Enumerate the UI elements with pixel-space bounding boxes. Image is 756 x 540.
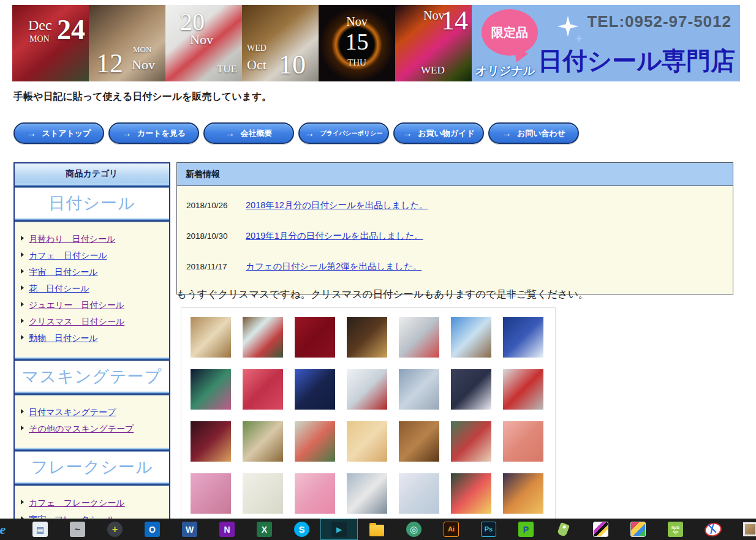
- red-sparkle-tree-tile: [243, 369, 283, 410]
- category-link[interactable]: 日付マスキングテープ: [29, 407, 116, 417]
- word-icon: W: [182, 522, 197, 537]
- date-number: 10: [279, 49, 306, 80]
- date-text: WED: [247, 43, 266, 53]
- photos-collage-icon: [630, 522, 646, 537]
- date-number: 24: [57, 13, 85, 46]
- category-link[interactable]: カフェ フレークシール: [29, 498, 125, 508]
- kitten-photo: MONNov12: [89, 5, 165, 81]
- nav-button-会社概要[interactable]: →会社概要: [203, 122, 294, 144]
- photoshop-icon: Ps: [481, 522, 496, 537]
- white-bouquet-tile: [243, 473, 283, 514]
- windows-taskbar: e▤~+OWNXS▶◎AiPsPhpb sp: [0, 519, 756, 540]
- category-link[interactable]: 動物 日付シール: [29, 333, 98, 343]
- nav-button-label: ストアトップ: [42, 128, 91, 139]
- contacts-card-icon: ▤: [32, 522, 48, 537]
- taskbar-slot[interactable]: [358, 519, 395, 540]
- pink-rose-tile: [503, 421, 543, 462]
- lighthouse-tile: [347, 473, 387, 514]
- date-text: Nov: [132, 57, 155, 73]
- taskbar-slot[interactable]: S: [283, 519, 320, 540]
- category-section-title: 日付シール: [15, 188, 169, 218]
- section-divider: [15, 482, 169, 486]
- taskbar-slot[interactable]: [731, 519, 756, 540]
- category-section-title: フレークシール: [15, 452, 169, 482]
- taskbar-slot[interactable]: [694, 519, 731, 540]
- taskbar-slot[interactable]: Ps: [470, 519, 507, 540]
- nav-button-label: カートを見る: [137, 128, 186, 139]
- list-item: カフェ フレークシール: [20, 497, 164, 509]
- category-link[interactable]: その他のマスキングテープ: [29, 424, 134, 433]
- taskbar-slot[interactable]: ▶: [320, 519, 358, 540]
- list-item: 花 日付シール: [20, 282, 164, 294]
- taskbar-slot[interactable]: W: [171, 519, 208, 540]
- taskbar-slot[interactable]: ▤: [21, 519, 59, 540]
- system-monitor-icon: ~: [70, 522, 85, 537]
- nav-button-ストアトップ[interactable]: →ストアトップ: [13, 122, 104, 144]
- puppy-photo: WEDOct10: [242, 5, 319, 81]
- christmas-promo-text: もうすぐクリスマスですね。クリスマスの日付シールもありますので是非ご覧ください。: [176, 288, 588, 301]
- file-explorer-icon: [369, 525, 384, 536]
- nav-button-お問い合わせ[interactable]: →お問い合わせ: [488, 122, 579, 144]
- news-link[interactable]: 2018年12月分の日付シールを出品しました。: [246, 200, 428, 211]
- sidebar-title: 商品カテゴリ: [15, 163, 169, 184]
- category-section-title: マスキングテープ: [15, 361, 169, 391]
- date-text: MON: [29, 34, 50, 44]
- news-link[interactable]: カフェの日付シール第2弾を出品しました。: [246, 261, 421, 272]
- list-item: ジュエリー 日付シール: [20, 299, 164, 311]
- pixel-artist-icon: [593, 522, 608, 537]
- nav-button-カートを見る[interactable]: →カートを見る: [108, 122, 199, 144]
- taskbar-slot[interactable]: N: [208, 519, 246, 540]
- taskbar-slot[interactable]: +: [96, 519, 134, 540]
- christmas-gift-photo: DecMON24: [12, 5, 89, 81]
- illustrator-icon: Ai: [444, 522, 459, 537]
- taskbar-slot[interactable]: ◎: [395, 519, 433, 540]
- outlook-icon: O: [145, 522, 160, 537]
- snipping-disc-icon: [703, 520, 723, 538]
- category-link[interactable]: 宇宙 日付シール: [29, 267, 98, 277]
- onenote-icon: N: [219, 522, 235, 537]
- header-banner: DecMON24MONNov12NovTUE20WEDOct10NovTHU15…: [12, 5, 740, 81]
- list-item: 月替わり 日付シール: [20, 233, 164, 245]
- news-list: 2018/10/262018年12月分の日付シールを出品しました。2018/10…: [177, 186, 733, 294]
- tulips-photo: NovWED14: [395, 5, 472, 81]
- taskbar-slot[interactable]: ~: [59, 519, 96, 540]
- taskbar-slot[interactable]: [619, 519, 657, 540]
- date-number: 20: [180, 7, 205, 36]
- taskbar-slot[interactable]: [582, 519, 619, 540]
- list-item: 宇宙 日付シール: [20, 266, 164, 278]
- taskbar-slot[interactable]: X: [246, 519, 283, 540]
- nav-button-プライバシーポリシー[interactable]: →プライバシーポリシー: [298, 122, 389, 144]
- polar-bear-moon-tile: [399, 369, 439, 410]
- lights-bokeh-tile: [503, 473, 543, 514]
- category-link[interactable]: カフェ 日付シール: [29, 250, 107, 260]
- internet-explorer-icon: e: [0, 522, 10, 537]
- date-number: 15: [319, 28, 395, 55]
- taskbar-slot[interactable]: hpb sp: [657, 519, 694, 540]
- media-hub-icon: +: [107, 522, 123, 537]
- taskbar-slot[interactable]: e: [0, 519, 21, 540]
- category-link[interactable]: ジュエリー 日付シール: [29, 300, 124, 310]
- cutlery-ribbon-photo: NovTUE20: [165, 5, 242, 81]
- taskbar-slot[interactable]: P: [507, 519, 545, 540]
- red-berries-snow-tile: [503, 369, 543, 410]
- red-gold-tree-tile: [295, 317, 335, 358]
- category-link-list: 月替わり 日付シールカフェ 日付シール宇宙 日付シール花 日付シールジュエリー …: [15, 222, 169, 357]
- tag-icon: [557, 522, 570, 537]
- date-text: THU: [319, 58, 395, 68]
- arrow-icon: →: [27, 128, 37, 139]
- list-item: クリスマス 日付シール: [20, 315, 164, 328]
- category-link[interactable]: 月替わり 日付シール: [29, 234, 115, 244]
- news-date: 2018/10/30: [177, 231, 246, 241]
- sparkle-icon: [558, 16, 578, 37]
- nav-button-お買い物ガイド[interactable]: →お買い物ガイド: [393, 122, 484, 144]
- category-sidebar: 商品カテゴリ 日付シール月替わり 日付シールカフェ 日付シール宇宙 日付シール花…: [13, 162, 170, 530]
- book-pages-tile: [191, 317, 231, 358]
- taskbar-slot[interactable]: O: [134, 519, 171, 540]
- taskbar-slot[interactable]: Ai: [433, 519, 470, 540]
- news-link[interactable]: 2019年1月分の日付シールを出品しました。: [246, 230, 423, 242]
- category-link[interactable]: クリスマス 日付シール: [29, 317, 124, 326]
- taskbar-slot[interactable]: [545, 519, 582, 540]
- category-link[interactable]: 花 日付シール: [29, 283, 89, 293]
- pink-blossom-tile: [191, 473, 231, 514]
- skype-icon: S: [294, 522, 309, 537]
